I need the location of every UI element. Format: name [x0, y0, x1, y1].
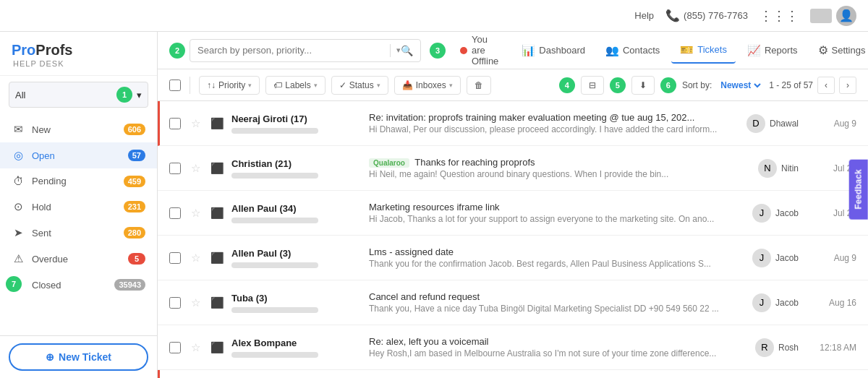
ticket-tag: Qualaroo	[369, 158, 409, 168]
star-icon[interactable]: ☆	[191, 341, 200, 354]
ticket-type-icon: ⬛	[210, 341, 224, 354]
ticket-checkbox[interactable]	[169, 163, 181, 174]
user-avatar[interactable]: 👤	[836, 6, 856, 26]
overdue-icon: ⚠	[12, 252, 25, 265]
star-icon[interactable]: ☆	[191, 207, 200, 220]
nav-tabs: 📊 Dashboard 👥 Contacts 🎫 Tickets 📈 Repor…	[513, 38, 868, 64]
sidebar-item-open[interactable]: ◎ Open 57	[0, 142, 157, 168]
search-container: ▾ 🔍	[190, 39, 421, 62]
ticket-sender-name: Allen Paul (3)	[231, 248, 362, 259]
ticket-checkbox[interactable]	[169, 297, 181, 309]
table-row[interactable]: ☆ ⬛ Allen Paul (34) Marketing resources …	[158, 191, 868, 236]
table-row[interactable]: ☆ ⬛ Tuba (3) Cancel and refund request T…	[158, 280, 868, 325]
user-color-swatch	[810, 9, 832, 23]
search-input[interactable]	[197, 45, 384, 56]
ticket-subject: Qualaroo Thanks for reaching proprofs	[369, 157, 719, 168]
new-ticket-label: New Ticket	[59, 351, 111, 363]
tab-tickets-label: Tickets	[697, 44, 727, 55]
delete-button[interactable]: 🗑	[467, 76, 491, 95]
tab-tickets[interactable]: 🎫 Tickets	[671, 38, 736, 64]
inboxes-icon: 📥	[402, 80, 413, 90]
pagination-text: 1 - 25 of 57	[769, 80, 813, 90]
ticket-checkbox[interactable]	[169, 207, 181, 219]
sidebar-item-hold[interactable]: ⊙ Hold 231	[0, 194, 157, 220]
toolbar: ↑↓ Priority ▾ 🏷 Labels ▾ ✓ Status ▾ 📥 In…	[158, 69, 868, 101]
ticket-label-bar	[231, 173, 318, 179]
help-link[interactable]: Help	[634, 10, 654, 21]
ticket-label-bar	[231, 307, 318, 313]
tab-contacts-label: Contacts	[623, 45, 660, 56]
table-row[interactable]: ☆ ⬛ Calendly (2) New event: arthur nasci…	[158, 370, 868, 378]
onboard-badge-7: 7	[6, 276, 22, 292]
sidebar-nav: ✉ New 606 ◎ Open 57 ⏱ Pending 459 ⊙ Hold…	[0, 113, 157, 335]
pagination-next[interactable]: ›	[839, 77, 856, 94]
new-ticket-plus-icon: ⊕	[46, 351, 54, 363]
ticket-sender-name: Tuba (3)	[231, 293, 362, 304]
star-icon[interactable]: ☆	[191, 162, 200, 175]
assignee-avatar: R	[755, 338, 774, 357]
assignee-avatar: J	[752, 204, 771, 223]
ticket-subject: Marketing resources iframe link	[369, 202, 719, 212]
table-row[interactable]: ☆ ⬛ Neeraj Giroti (17) Re: invitation: p…	[158, 101, 868, 146]
download-button[interactable]: ⬇	[631, 76, 655, 95]
ticket-sender: Alex Bompane	[231, 338, 362, 358]
status-filter-icon: ✓	[339, 80, 346, 90]
star-icon[interactable]: ☆	[191, 252, 200, 265]
hold-badge: 231	[124, 201, 145, 212]
table-row[interactable]: ☆ ⬛ Alex Bompane Re: alex, left you a vo…	[158, 325, 868, 370]
priority-filter-button[interactable]: ↑↓ Priority ▾	[199, 76, 260, 95]
feedback-tab[interactable]: Feedback	[848, 159, 867, 219]
ticket-preview: Thank you, Have a nice day Tuba Bingöl D…	[369, 304, 719, 314]
ticket-date: Aug 9	[806, 119, 856, 129]
tab-dashboard[interactable]: 📊 Dashboard	[513, 38, 594, 63]
pending-badge: 459	[124, 176, 145, 187]
star-icon[interactable]: ☆	[191, 117, 200, 130]
sidebar-item-pending[interactable]: ⏱ Pending 459	[0, 168, 157, 194]
tab-reports[interactable]: 📈 Reports	[739, 38, 807, 63]
all-filter-select[interactable]: All 1 ▾	[9, 82, 148, 108]
ticket-checkbox[interactable]	[169, 342, 181, 353]
tab-contacts[interactable]: 👥 Contacts	[597, 38, 668, 63]
sort-select[interactable]: Newest Oldest	[718, 80, 763, 91]
status-chevron: ▾	[377, 82, 380, 89]
ticket-type-icon: ⬛	[210, 162, 224, 175]
inboxes-filter-button[interactable]: 📥 Inboxes ▾	[394, 76, 461, 95]
user-menu[interactable]: 👤	[810, 6, 856, 26]
status-filter-button[interactable]: ✓ Status ▾	[331, 76, 388, 95]
labels-label: Labels	[285, 80, 310, 90]
ticket-preview: Thank you for the confirmation Jacob. Be…	[369, 259, 719, 269]
labels-chevron: ▾	[314, 82, 318, 89]
new-ticket-button[interactable]: ⊕ New Ticket	[9, 343, 148, 371]
tab-settings[interactable]: ⚙ Settings	[809, 38, 869, 63]
table-row[interactable]: ☆ ⬛ Allen Paul (3) Lms - assigned date T…	[158, 236, 868, 280]
ticket-sender-name: Alex Bompane	[231, 338, 362, 348]
select-all-checkbox[interactable]	[169, 80, 181, 91]
ticket-subject: Cancel and refund request	[369, 291, 719, 302]
hold-icon: ⊙	[12, 200, 25, 213]
sidebar-item-new[interactable]: ✉ New 606	[0, 116, 157, 142]
ticket-assignee: N Nitin	[726, 159, 799, 178]
status-indicator: You are Offline	[454, 34, 504, 66]
toolbar-sep-1	[190, 77, 190, 94]
search-icon[interactable]: 🔍	[401, 45, 413, 56]
ticket-sender-name: Allen Paul (34)	[231, 203, 362, 214]
ticket-checkbox[interactable]	[169, 252, 181, 264]
ticket-sender: Neeraj Giroti (17)	[231, 113, 362, 134]
ticket-checkbox[interactable]	[169, 118, 181, 129]
status-filter-label: Status	[349, 80, 374, 90]
labels-filter-button[interactable]: 🏷 Labels ▾	[265, 76, 325, 95]
star-icon[interactable]: ☆	[191, 296, 200, 309]
delete-icon: 🗑	[475, 80, 483, 90]
sidebar-item-overdue[interactable]: ⚠ Overdue 5	[0, 246, 157, 272]
sidebar-item-open-label: Open	[32, 150, 121, 161]
onboard-badge-2: 2	[169, 43, 185, 59]
grid-icon[interactable]: ⋮⋮⋮	[760, 8, 799, 24]
open-icon: ◎	[12, 149, 25, 162]
pagination-prev[interactable]: ‹	[817, 77, 835, 94]
ticket-assignee: J Jacob	[726, 293, 799, 312]
sidebar-item-sent[interactable]: ➤ Sent 280	[0, 220, 157, 246]
assignee-avatar: J	[752, 249, 771, 267]
sidebar-item-closed[interactable]: ✓ Closed 35943 7	[0, 272, 157, 298]
filter-advanced-button[interactable]: ⊟	[581, 76, 604, 95]
table-row[interactable]: ☆ ⬛ Christian (21) Qualaroo Thanks for r…	[158, 146, 868, 191]
